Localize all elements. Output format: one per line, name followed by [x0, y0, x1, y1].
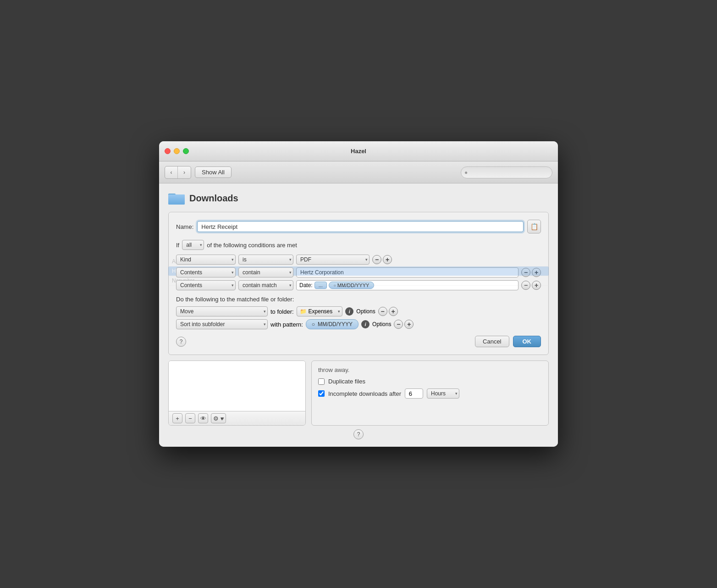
incomplete-value-input[interactable] [405, 388, 423, 399]
contents-field-select[interactable]: Contents [176, 267, 236, 277]
date-pattern: Date: ... ○ MM/DD/YYYY [296, 280, 518, 290]
help-button[interactable]: ? [176, 337, 186, 347]
contain-match-select[interactable]: contain match [238, 280, 293, 290]
folder-name: Expenses [309, 308, 333, 315]
condition-1-add[interactable]: + [383, 255, 392, 264]
action-1-options-label: Options [356, 308, 375, 315]
gear-menu-button[interactable]: ⚙ ▾ [211, 413, 226, 423]
action-1-remove[interactable]: − [378, 307, 387, 316]
of-following-label: of the following conditions are met [207, 242, 297, 249]
all-conditions-select-wrapper: all any [182, 240, 204, 250]
incomplete-downloads-checkbox[interactable] [318, 390, 325, 397]
maximize-button[interactable] [183, 148, 189, 154]
kind-field-select[interactable]: Kind [176, 255, 236, 265]
date-radio-option: ○ MM/DD/YYYY [329, 282, 375, 289]
folder-dropdown-arrow: ▾ [338, 309, 340, 314]
condition-2-remove[interactable]: − [521, 268, 530, 277]
name-label: Name: [176, 223, 193, 230]
svg-rect-2 [168, 194, 185, 205]
kind-operator-wrapper: is [238, 255, 293, 265]
search-box: ● [461, 166, 552, 178]
add-rule-button[interactable]: + [172, 413, 182, 423]
date-format-label: MM/DD/YYYY [337, 283, 370, 288]
condition-1-btns: − + [372, 255, 392, 264]
duplicate-files-row: Duplicate files [318, 378, 542, 385]
cancel-button[interactable]: Cancel [475, 336, 509, 347]
downloads-folder-icon [168, 191, 185, 205]
hours-select[interactable]: Hours Minutes Days [427, 388, 459, 399]
rules-list-toolbar: + − 👁 ⚙ ▾ [169, 411, 305, 425]
duplicate-files-checkbox[interactable] [318, 378, 325, 385]
condition-3-remove[interactable]: − [521, 281, 530, 290]
condition-1-remove[interactable]: − [372, 255, 381, 264]
radio-dot: ○ [334, 283, 336, 288]
condition-3-add[interactable]: + [532, 281, 541, 290]
contain-operator-select[interactable]: contain [238, 267, 293, 277]
sort-action-select[interactable]: Sort into subfolder [176, 319, 268, 329]
action-row-2: Sort into subfolder with pattern: ○ MM/D… [176, 319, 541, 329]
section-header: Downloads [168, 191, 549, 205]
show-all-button[interactable]: Show All [195, 166, 232, 178]
duplicate-files-label: Duplicate files [328, 378, 365, 385]
if-label: If [176, 242, 179, 249]
incomplete-label: Incomplete downloads after [328, 390, 401, 397]
right-pane: throw away. Duplicate files Incomplete d… [311, 361, 549, 426]
action-1-btns: − + [378, 307, 398, 316]
remove-rule-button[interactable]: − [185, 413, 195, 423]
rules-list-content [169, 361, 305, 411]
action-1-add[interactable]: + [389, 307, 398, 316]
contain-operator-wrapper: contain [238, 267, 293, 277]
contents-value-input[interactable] [296, 267, 518, 277]
action-2-options-label: Options [372, 321, 391, 327]
gear-menu-wrapper: ⚙ ▾ [211, 413, 226, 423]
action-2-info-button[interactable]: i [361, 320, 370, 328]
throw-away-text: throw away. [318, 366, 542, 373]
date-label: Date: [299, 282, 313, 288]
back-button[interactable]: ‹ [165, 166, 178, 178]
action-2-remove[interactable]: − [394, 320, 403, 329]
condition-row-2: Contents contain − + [176, 267, 541, 277]
all-conditions-select[interactable]: all any [182, 240, 204, 250]
kind-value-select[interactable]: PDF [296, 255, 370, 265]
contents2-field-wrapper: Contents [176, 280, 236, 290]
action-2-add[interactable]: + [404, 320, 414, 329]
ok-button[interactable]: OK [513, 336, 541, 347]
name-input[interactable] [197, 221, 524, 232]
clipboard-button[interactable]: 📋 [527, 220, 541, 233]
forward-button[interactable]: › [178, 166, 191, 178]
contents2-field-select[interactable]: Contents [176, 280, 236, 290]
contents-field-wrapper: Contents [176, 267, 236, 277]
kind-operator-select[interactable]: is [238, 255, 293, 265]
sort-pattern-input[interactable]: ○ MM/DD/YYYY [306, 319, 358, 329]
hours-select-wrapper: Hours Minutes Days [427, 388, 459, 399]
name-row: Name: 📋 [176, 220, 541, 233]
bottom-help-button[interactable]: ? [353, 429, 364, 439]
expenses-folder-icon: 📁 [300, 308, 307, 315]
condition-2-add[interactable]: + [532, 268, 541, 277]
titlebar: Hazel [159, 141, 558, 161]
move-action-wrapper: Move [176, 306, 268, 316]
search-input[interactable] [461, 166, 552, 178]
incomplete-downloads-row: Incomplete downloads after Hours Minutes… [318, 388, 542, 399]
with-pattern-label: with pattern: [270, 321, 303, 328]
conditions-header: If all any of the following conditions a… [176, 240, 541, 250]
eye-button[interactable]: 👁 [198, 413, 208, 423]
dialog-box: Name: 📋 If all any of the following cond… [168, 212, 549, 355]
minimize-button[interactable] [174, 148, 180, 154]
action-1-info-button[interactable]: i [345, 307, 353, 316]
move-action-select[interactable]: Move [176, 306, 268, 316]
nav-buttons: ‹ › [165, 166, 191, 179]
actions-label: Do the following to the matched file or … [176, 296, 541, 303]
window-title: Hazel [351, 148, 366, 155]
folder-select-wrapper[interactable]: 📁 Expenses ▾ [297, 306, 343, 316]
action-2-btns: − + [394, 320, 414, 329]
kind-field-wrapper: Kind [176, 255, 236, 265]
date-dot-button[interactable]: ... [314, 282, 327, 289]
kind-value-wrapper: PDF [296, 255, 370, 265]
condition-row-3: Contents contain match Date: ... ○ MM/DD… [176, 280, 541, 290]
section-title: Downloads [189, 193, 238, 204]
condition-row-1: Kind is PDF − + [176, 255, 541, 265]
close-button[interactable] [165, 148, 171, 154]
sort-action-wrapper: Sort into subfolder [176, 319, 268, 329]
search-icon: ● [464, 169, 468, 176]
